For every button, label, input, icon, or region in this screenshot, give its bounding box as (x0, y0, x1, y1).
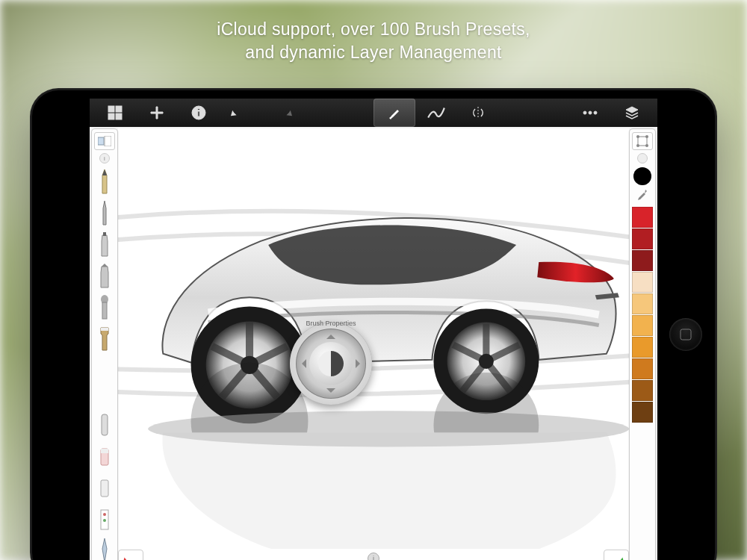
current-color-swatch[interactable] (633, 167, 651, 185)
svg-rect-25 (101, 449, 108, 453)
svg-rect-6 (198, 111, 199, 116)
svg-point-15 (479, 354, 494, 369)
top-toolbar (90, 99, 657, 127)
brush-library-button[interactable] (94, 132, 115, 150)
svg-point-34 (645, 144, 648, 147)
brush-fine-pen[interactable] (98, 199, 111, 226)
color-swatch-3[interactable] (632, 272, 653, 293)
svg-rect-30 (638, 137, 647, 146)
brush-airbrush[interactable] (98, 293, 111, 320)
gallery-button[interactable] (94, 99, 136, 127)
brush-tool-button[interactable] (374, 99, 415, 127)
app-body: Brush Properties i i (90, 127, 657, 560)
caption-line-1: iCloud support, over 100 Brush Presets, (217, 19, 530, 39)
redo-button[interactable] (261, 99, 303, 127)
brush-eraser-hard[interactable] (98, 443, 111, 470)
add-button[interactable] (136, 99, 178, 127)
brush-rail: i (91, 128, 118, 560)
brush-knife[interactable] (98, 537, 111, 560)
svg-rect-0 (108, 106, 114, 112)
svg-point-7 (583, 111, 586, 114)
color-swatch-5[interactable] (632, 315, 653, 336)
brush-flat-brush[interactable] (98, 325, 111, 352)
stroke-style-button[interactable] (415, 99, 457, 127)
svg-rect-20 (105, 136, 111, 146)
canvas-info-dot[interactable]: i (368, 553, 379, 560)
ipad-frame: Brush Properties i i (30, 88, 717, 560)
svg-point-28 (103, 513, 106, 516)
svg-point-33 (636, 144, 639, 147)
color-swatch-8[interactable] (632, 380, 653, 401)
drawing-canvas[interactable]: Brush Properties i (118, 128, 629, 560)
brush-pencil[interactable] (98, 168, 111, 195)
brush-pattern[interactable] (98, 505, 111, 532)
info-button[interactable] (178, 99, 220, 127)
brush-smudge[interactable] (98, 411, 111, 438)
brush-rail-hint-icon[interactable]: i (99, 153, 110, 164)
app-screen: Brush Properties i i (90, 99, 657, 560)
color-swatch-0[interactable] (632, 207, 653, 228)
svg-rect-22 (102, 302, 107, 319)
eyedropper-button[interactable] (636, 188, 648, 205)
symmetry-button[interactable] (457, 99, 499, 127)
svg-point-8 (589, 111, 592, 114)
layers-button[interactable] (611, 99, 653, 127)
svg-point-29 (103, 519, 106, 522)
puck-arrow-down-icon (326, 388, 335, 397)
svg-rect-19 (98, 137, 104, 145)
undo-button[interactable] (220, 99, 261, 127)
color-rail (629, 128, 656, 560)
svg-point-31 (636, 135, 639, 138)
brush-eraser-soft[interactable] (98, 474, 111, 501)
brush-chisel[interactable] (98, 262, 111, 289)
color-swatch-9[interactable] (632, 402, 653, 423)
puck-arrow-up-icon (326, 330, 335, 339)
color-swatch-4[interactable] (632, 293, 653, 314)
color-swatch-7[interactable] (632, 358, 653, 379)
svg-point-5 (198, 108, 200, 111)
color-swatch-6[interactable] (632, 337, 653, 358)
brush-puck-label: Brush Properties (290, 320, 372, 327)
puck-arrow-right-icon (356, 359, 365, 368)
svg-rect-26 (101, 480, 108, 497)
caption-line-2: and dynamic Layer Management (245, 43, 501, 62)
brush-marker-tip[interactable] (98, 231, 111, 258)
svg-rect-23 (102, 414, 108, 435)
ipad-home-button[interactable] (669, 318, 702, 351)
svg-rect-1 (116, 106, 122, 112)
marketing-caption: iCloud support, over 100 Brush Presets, … (0, 18, 747, 64)
svg-point-32 (645, 135, 648, 138)
corner-redo-button[interactable] (604, 550, 629, 560)
svg-rect-3 (116, 113, 122, 119)
color-rail-hint-icon[interactable] (637, 153, 648, 164)
more-button[interactable] (569, 99, 611, 127)
corner-undo-button[interactable] (118, 550, 143, 560)
color-swatch-1[interactable] (632, 228, 653, 249)
brush-properties-puck[interactable]: Brush Properties (290, 323, 372, 405)
color-swatch-2[interactable] (632, 250, 653, 271)
transform-button[interactable] (632, 132, 653, 150)
puck-arrow-left-icon (297, 359, 306, 368)
svg-rect-2 (108, 113, 114, 119)
svg-point-9 (594, 111, 597, 114)
